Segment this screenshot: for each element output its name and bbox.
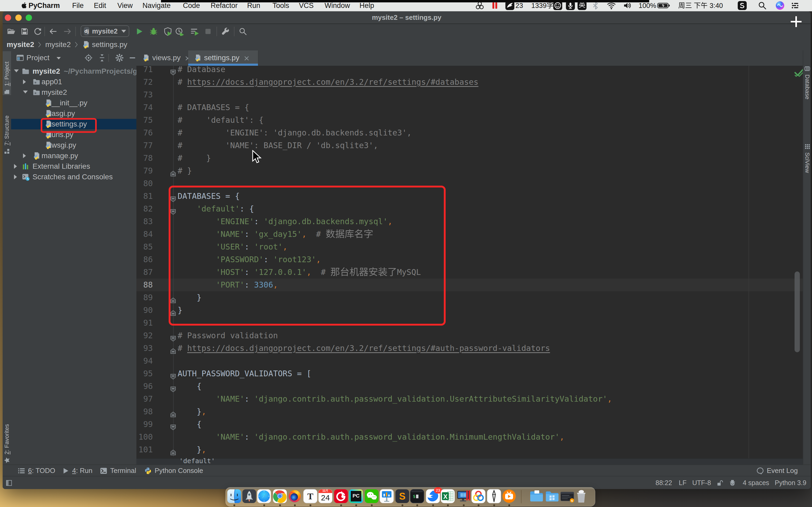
dock-folder-windows[interactable]	[545, 489, 560, 504]
menu-file[interactable]: File	[72, 0, 84, 11]
menu-bar-clock[interactable]: 3:40	[678, 0, 723, 11]
dock-iterm[interactable]	[410, 489, 424, 504]
profiler-icon[interactable]	[174, 26, 185, 37]
fold-start-icon[interactable]	[170, 383, 176, 396]
save-icon[interactable]	[19, 26, 30, 37]
open-icon[interactable]	[6, 26, 16, 37]
spotlight-search-icon[interactable]	[758, 0, 767, 11]
python-interpreter[interactable]: Python 3.9	[775, 476, 806, 489]
hector-inspector-icon[interactable]	[729, 479, 736, 487]
locate-file-icon[interactable]	[85, 54, 93, 62]
stripe-tab-7-structure[interactable]: 7: Structure	[3, 100, 11, 155]
snipaste-icon[interactable]	[738, 0, 747, 11]
breadcrumb-item[interactable]: mysite2	[45, 40, 70, 49]
forward-icon[interactable]	[62, 26, 72, 37]
search-icon[interactable]	[238, 26, 248, 37]
dock-netease-music[interactable]	[334, 489, 348, 504]
rerun-icon[interactable]	[190, 26, 200, 37]
dock-wechat[interactable]	[364, 489, 379, 504]
tree-item-app01[interactable]: app01	[11, 76, 136, 87]
indent-setting[interactable]: 4 spaces	[743, 476, 769, 489]
window-title-bar[interactable]: mysite2 – settings.py	[3, 11, 811, 24]
control-center-icon[interactable]	[790, 0, 800, 11]
menu-edit[interactable]: Edit	[94, 0, 106, 11]
tree-expand-arrow-right[interactable]	[14, 164, 17, 169]
tree-item-mysite2[interactable]: mysite2	[11, 87, 136, 98]
line-ending[interactable]: LF	[679, 476, 687, 489]
dock-sketch-tool[interactable]	[487, 489, 501, 504]
tab-settings-py[interactable]: settings.py	[188, 50, 258, 65]
dock-minimized-window[interactable]	[560, 489, 575, 504]
battery-icon[interactable]	[657, 0, 671, 11]
stripe-tab-sciview[interactable]: SciView	[803, 144, 811, 208]
tree-item-__init__-py[interactable]: __init__.py	[11, 98, 136, 108]
fold-end-icon[interactable]	[170, 167, 176, 180]
tree-item-manage-py[interactable]: manage.py	[11, 151, 136, 161]
stripe-tab-1-project[interactable]: 1: Project	[3, 51, 11, 95]
inspections-ok-icon[interactable]	[794, 67, 803, 78]
fold-start-icon[interactable]	[170, 66, 176, 79]
toolwindow-python-console[interactable]: Python Console	[144, 465, 203, 476]
dock-dingtalk[interactable]: 23	[425, 489, 440, 504]
dock-folder-downloads[interactable]	[529, 489, 544, 504]
toolwindow-6-todo[interactable]: 6: TODO	[17, 465, 55, 476]
sync-icon[interactable]	[33, 26, 43, 37]
tree-item-wsgi-py[interactable]: wsgi.py	[11, 140, 136, 151]
tree-item-scratches-and-consoles[interactable]: Scratches and Consoles	[11, 172, 136, 182]
dock-sublime-text[interactable]	[395, 489, 410, 504]
dock-finder[interactable]	[227, 489, 242, 504]
dock-trash[interactable]	[574, 489, 589, 504]
breadcrumb-default[interactable]: 'default'	[179, 457, 215, 465]
toolwindow-terminal[interactable]: Terminal	[100, 465, 136, 476]
dock-excel[interactable]	[440, 489, 455, 504]
gear-icon[interactable]	[115, 54, 123, 62]
menu-pycharm[interactable]: PyCharm	[29, 0, 60, 11]
wrench-icon[interactable]	[221, 26, 231, 37]
breadcrumb-item[interactable]: mysite2	[7, 40, 34, 49]
dock-rings-app[interactable]	[471, 489, 486, 504]
coverage-icon[interactable]	[163, 26, 173, 37]
run-configuration-select[interactable]: dj mysite2	[81, 25, 129, 37]
dock-chrome[interactable]	[272, 489, 287, 504]
fold-start-icon[interactable]	[170, 421, 176, 434]
toolwindow-event-log[interactable]: Event Log	[756, 465, 798, 476]
fold-start-icon[interactable]	[170, 332, 176, 345]
dock-tv-player[interactable]	[502, 489, 516, 504]
debug-icon[interactable]	[149, 26, 159, 37]
dock-typora[interactable]	[303, 489, 318, 504]
run-icon[interactable]	[134, 26, 144, 37]
toolwindow-4-run[interactable]: 4: Run	[62, 465, 93, 476]
toolwindow-switcher-icon[interactable]	[6, 480, 12, 487]
tree-item-external-libraries[interactable]: External Libraries	[11, 161, 136, 172]
dock-pycharm[interactable]: PC	[349, 489, 363, 504]
dock-launchpad[interactable]	[242, 489, 257, 504]
back-icon[interactable]	[48, 26, 58, 37]
collapse-all-icon[interactable]	[98, 54, 106, 62]
tree-expand-arrow-down[interactable]	[14, 69, 19, 72]
dock-keynote[interactable]	[379, 489, 394, 504]
apple-menu-icon[interactable]	[20, 0, 28, 11]
file-encoding[interactable]: UTF-8	[692, 476, 711, 489]
caret-position[interactable]: 88:22	[656, 476, 672, 489]
tree-item-mysite2[interactable]: mysite2~/PycharmProjects/gx	[11, 66, 136, 76]
editor-scrollbar[interactable]	[795, 272, 800, 352]
fold-end-icon[interactable]	[170, 446, 176, 458]
dock-remote-desktop[interactable]	[456, 489, 471, 504]
fold-end-icon[interactable]	[170, 408, 176, 421]
stripe-tab-database[interactable]: Database	[803, 65, 811, 105]
hide-panel-icon[interactable]	[129, 54, 136, 62]
dock-firefox[interactable]	[287, 489, 302, 504]
fold-start-icon[interactable]	[170, 370, 176, 383]
tree-item-asgi-py[interactable]: asgi.py	[11, 108, 136, 119]
tree-expand-arrow-right[interactable]	[14, 175, 17, 179]
stripe-tab-2-favorites[interactable]: 2: Favorites	[3, 409, 11, 463]
tree-expand-arrow-right[interactable]	[23, 154, 26, 158]
dock-safari[interactable]	[257, 489, 271, 504]
stop-icon[interactable]	[203, 26, 213, 37]
breadcrumb-item[interactable]: settings.py	[92, 40, 128, 49]
tree-expand-arrow-down[interactable]	[23, 91, 28, 94]
siri-icon[interactable]	[775, 0, 785, 11]
dock-calendar[interactable]: 1124	[318, 489, 333, 504]
fold-end-icon[interactable]	[170, 345, 176, 357]
tree-expand-arrow-right[interactable]	[23, 79, 26, 84]
